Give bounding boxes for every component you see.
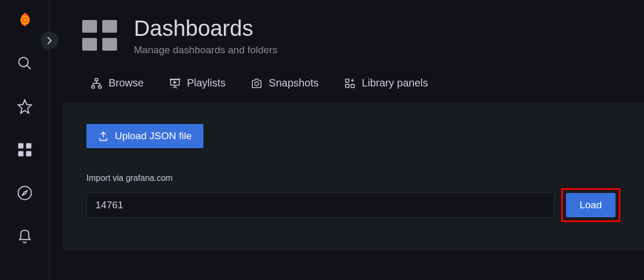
presentation-icon	[169, 78, 181, 89]
svg-point-25	[255, 82, 258, 85]
svg-rect-10	[102, 20, 117, 33]
sidebar	[0, 0, 50, 280]
svg-rect-6	[18, 151, 23, 157]
svg-line-24	[175, 86, 177, 88]
import-form-group: Import via grafana.com Load	[86, 173, 620, 222]
svg-rect-13	[95, 78, 98, 81]
page-header: Dashboards Manage dashboards and folders	[50, 16, 644, 56]
svg-rect-14	[92, 85, 95, 88]
nav-starred[interactable]	[9, 91, 41, 122]
nav-dashboards[interactable]	[9, 134, 41, 166]
star-icon	[17, 99, 33, 114]
tab-playlists[interactable]: Playlists	[169, 77, 226, 93]
svg-rect-4	[18, 143, 23, 149]
tab-label: Playlists	[187, 77, 226, 89]
page-title: Dashboards	[134, 16, 278, 41]
import-label: Import via grafana.com	[86, 173, 620, 183]
svg-rect-15	[99, 85, 102, 88]
svg-rect-5	[26, 143, 31, 149]
svg-rect-11	[82, 38, 97, 51]
tab-library-panels[interactable]: Library panels	[344, 77, 428, 93]
camera-icon	[251, 78, 262, 89]
nav-alerting[interactable]	[9, 220, 41, 252]
nav-search[interactable]	[9, 47, 41, 79]
tab-browse[interactable]: Browse	[91, 77, 144, 93]
page-subtitle: Manage dashboards and folders	[134, 44, 278, 56]
svg-point-8	[18, 187, 31, 200]
svg-point-2	[18, 57, 28, 67]
tab-label: Snapshots	[269, 77, 319, 89]
svg-rect-7	[26, 151, 31, 157]
tab-label: Browse	[109, 77, 144, 89]
import-id-input[interactable]	[86, 192, 554, 218]
grafana-logo[interactable]	[14, 9, 35, 31]
upload-button-label: Upload JSON file	[115, 130, 192, 142]
dashboards-icon	[17, 142, 33, 158]
svg-rect-27	[345, 84, 348, 87]
tabs-bar: Browse Playlists Snapshots	[50, 77, 644, 93]
library-panel-icon	[344, 78, 356, 89]
load-button-highlight: Load	[561, 188, 620, 222]
sitemap-icon	[91, 78, 102, 89]
dashboards-header-icon	[81, 19, 118, 52]
search-icon	[17, 55, 33, 71]
tab-snapshots[interactable]: Snapshots	[251, 77, 319, 93]
svg-rect-26	[345, 79, 348, 82]
bell-icon	[17, 228, 33, 244]
svg-rect-28	[350, 84, 354, 87]
upload-icon	[98, 131, 109, 141]
main-content: Dashboards Manage dashboards and folders…	[50, 0, 644, 280]
svg-rect-12	[102, 38, 117, 51]
upload-json-button[interactable]: Upload JSON file	[86, 124, 203, 148]
expand-sidebar-button[interactable]	[41, 32, 58, 50]
svg-line-23	[173, 86, 175, 88]
svg-rect-9	[82, 20, 97, 33]
svg-point-1	[23, 19, 26, 22]
import-panel: Upload JSON file Import via grafana.com …	[63, 103, 644, 250]
compass-icon	[17, 185, 33, 201]
nav-explore[interactable]	[9, 177, 41, 209]
tab-label: Library panels	[362, 77, 428, 89]
chevron-right-icon	[45, 36, 54, 45]
load-button[interactable]: Load	[566, 193, 616, 217]
svg-line-3	[26, 65, 31, 70]
